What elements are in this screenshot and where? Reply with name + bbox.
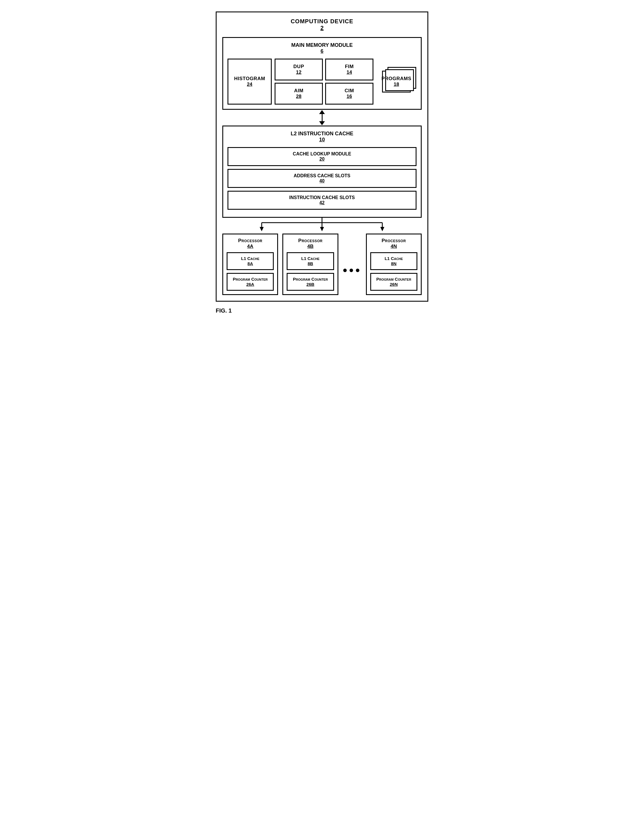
cache-lookup-label: CACHE LOOKUP MODULE	[293, 151, 351, 156]
program-counter-4b-ref: 26B	[307, 282, 315, 287]
processor-4b-box: Processor 4B L1 Cache 8B Program Counter…	[283, 233, 338, 295]
programs-card: PROGRAMS 18	[382, 71, 411, 92]
l1-cache-4n-label: L1 Cache	[384, 256, 403, 261]
arrow-line	[322, 114, 322, 121]
l1-cache-4a-box: L1 Cache 8A	[227, 252, 274, 270]
processor-4n-ref: 4N	[391, 243, 397, 249]
program-counter-4n-label: Program Counter	[376, 277, 411, 281]
dup-label: DUP	[293, 64, 304, 69]
main-memory-ref: 6	[320, 48, 324, 54]
processor-4n-label: Processor	[382, 238, 406, 243]
processor-4a-title: Processor 4A	[227, 238, 274, 249]
svg-marker-3	[260, 227, 264, 231]
aim-ref: 28	[296, 94, 302, 99]
processor-4n-box: Processor 4N L1 Cache 8N Program Counter…	[366, 233, 422, 295]
program-counter-4b-label: Program Counter	[293, 277, 328, 281]
histogram-ref: 24	[247, 82, 253, 87]
processor-4b-title: Processor 4B	[287, 238, 334, 249]
programs-ref: 18	[394, 82, 399, 87]
main-memory-module: MAIN MEMORY MODULE 6 HISTOGRAM 24 DUP 12…	[222, 37, 422, 110]
program-counter-4b-box: Program Counter 26B	[287, 273, 334, 291]
l1-cache-4a-label: L1 Cache	[241, 256, 260, 261]
processor-4b-ref: 4B	[307, 243, 314, 249]
histogram-box: HISTOGRAM 24	[227, 59, 272, 105]
fim-label: FIM	[345, 64, 354, 69]
cim-ref: 16	[347, 94, 352, 99]
l2-cache-box: L2 INSTRUCTION CACHE 10 CACHE LOOKUP MOD…	[222, 125, 422, 218]
program-counter-4n-ref: 26N	[390, 282, 398, 287]
memory-to-cache-arrow	[222, 110, 422, 125]
fim-cell: FIM 14	[325, 59, 373, 81]
address-cache-ref: 40	[319, 178, 325, 183]
instruction-cache-box: INSTRUCTION CACHE SLOTS 42	[227, 191, 417, 210]
middle-grid: DUP 12 FIM 14 AIM 28 CIM 16	[274, 59, 373, 105]
cache-lookup-box: CACHE LOOKUP MODULE 20	[227, 147, 417, 166]
l2-cache-label: L2 INSTRUCTION CACHE	[291, 131, 353, 136]
l1-cache-4a-ref: 8A	[248, 261, 253, 266]
programs-label: PROGRAMS	[381, 76, 411, 82]
aim-cell: AIM 28	[274, 83, 323, 105]
fan-arrows-svg	[236, 217, 408, 231]
memory-inner: HISTOGRAM 24 DUP 12 FIM 14 AIM 28	[227, 59, 417, 105]
instruction-cache-label: INSTRUCTION CACHE SLOTS	[289, 195, 355, 200]
address-cache-box: ADDRESS CACHE SLOTS 40	[227, 169, 417, 188]
l1-cache-4n-box: L1 Cache 8N	[370, 252, 417, 270]
processor-4b-label: Processor	[298, 238, 322, 243]
dup-ref: 12	[296, 69, 302, 75]
dup-cell: DUP 12	[274, 59, 323, 81]
computing-device-title: COMPUTING DEVICE 2	[222, 18, 422, 31]
ellipsis-dots: ●●●	[343, 233, 361, 295]
svg-marker-5	[320, 227, 324, 231]
main-memory-title: MAIN MEMORY MODULE 6	[227, 42, 417, 54]
cim-label: CIM	[345, 88, 354, 94]
program-counter-4n-box: Program Counter 26N	[370, 273, 417, 291]
programs-stack: PROGRAMS 18	[376, 59, 417, 105]
l1-cache-4b-box: L1 Cache 8B	[287, 252, 334, 270]
computing-device-ref: 2	[222, 25, 422, 31]
computing-device-label: COMPUTING DEVICE	[291, 18, 353, 25]
svg-marker-8	[380, 227, 384, 231]
cache-lookup-ref: 20	[319, 156, 325, 161]
processor-4n-title: Processor 4N	[370, 238, 417, 249]
l1-cache-4b-ref: 8B	[308, 261, 313, 266]
l1-cache-4b-label: L1 Cache	[301, 256, 320, 261]
main-memory-label: MAIN MEMORY MODULE	[291, 42, 353, 48]
arrow-up-icon	[319, 110, 325, 114]
arrow-down-icon	[319, 121, 325, 125]
address-cache-label: ADDRESS CACHE SLOTS	[294, 173, 350, 178]
program-counter-4a-label: Program Counter	[233, 277, 268, 281]
histogram-label: HISTOGRAM	[234, 76, 265, 82]
l2-cache-title: L2 INSTRUCTION CACHE 10	[227, 131, 417, 143]
computing-device-box: COMPUTING DEVICE 2 MAIN MEMORY MODULE 6 …	[216, 12, 428, 302]
l2-cache-ref: 10	[319, 137, 325, 143]
page: COMPUTING DEVICE 2 MAIN MEMORY MODULE 6 …	[210, 6, 434, 320]
program-counter-4a-ref: 26A	[246, 282, 254, 287]
l1-cache-4n-ref: 8N	[391, 261, 396, 266]
double-arrow	[319, 110, 325, 125]
instruction-cache-ref: 42	[319, 200, 325, 205]
processor-4a-box: Processor 4A L1 Cache 8A Program Counter…	[222, 233, 278, 295]
cim-cell: CIM 16	[325, 83, 373, 105]
cache-to-processors-arrows	[222, 218, 422, 233]
fim-ref: 14	[347, 69, 352, 75]
aim-label: AIM	[294, 88, 304, 94]
processor-4a-ref: 4A	[247, 243, 253, 249]
processor-4a-label: Processor	[238, 238, 263, 243]
processors-row: Processor 4A L1 Cache 8A Program Counter…	[222, 233, 422, 295]
fig-label: FIG. 1	[216, 307, 428, 314]
program-counter-4a-box: Program Counter 26A	[227, 273, 274, 291]
